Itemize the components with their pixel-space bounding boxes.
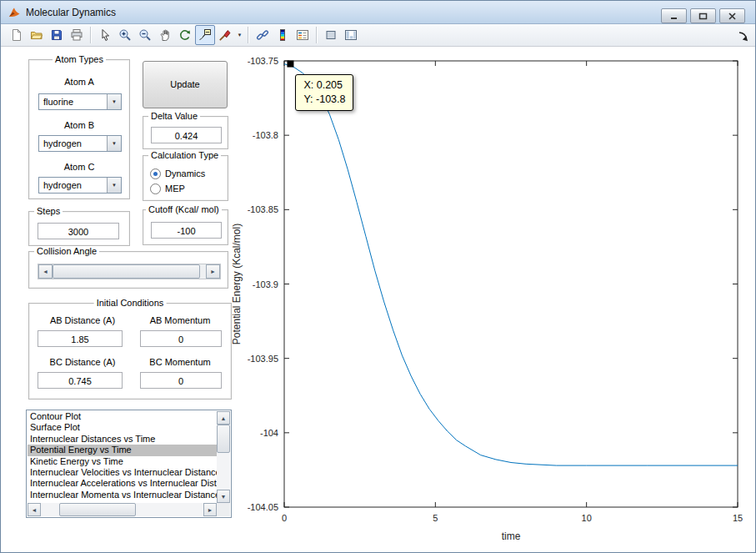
atom-b-selected-value: hydrogen: [43, 138, 82, 148]
steps-panel: Steps 3000: [28, 211, 130, 246]
ab-distance-label: AB Distance (A): [36, 315, 129, 325]
list-item[interactable]: Internuclear Distances vs Time: [28, 434, 217, 445]
ab-momentum-field[interactable]: 0: [140, 330, 222, 347]
initial-conditions-panel-title: Initial Conditions: [94, 298, 167, 308]
scrollbar-corner: [217, 503, 230, 516]
bc-momentum-label: BC Momentum: [136, 357, 224, 367]
svg-text:-104: -104: [260, 428, 278, 438]
show-plot-tools-icon[interactable]: [341, 25, 361, 45]
radio-mep-label: MEP: [165, 183, 185, 194]
svg-text:-103.75: -103.75: [248, 56, 278, 66]
data-cursor-icon[interactable]: [195, 25, 215, 45]
calculation-type-panel-title: Calculation Type: [148, 150, 221, 160]
slider-thumb[interactable]: [53, 264, 200, 279]
collision-angle-panel-title: Collision Angle: [34, 246, 99, 256]
steps-panel-title: Steps: [34, 206, 63, 216]
list-item[interactable]: Internuclear Velocities vs Internuclear …: [28, 467, 217, 478]
svg-text:10: 10: [582, 513, 592, 523]
pan-icon[interactable]: [155, 25, 175, 45]
steps-field[interactable]: 3000: [38, 223, 119, 239]
open-file-icon[interactable]: [27, 25, 47, 45]
listbox-vscrollbar[interactable]: ▲ ▼: [217, 411, 230, 503]
list-item[interactable]: Surface Plot: [28, 422, 217, 433]
datatip-tooltip[interactable]: X: 0.205 Y: -103.8: [295, 74, 353, 111]
atom-c-selected-value: hydrogen: [43, 180, 82, 190]
close-icon: [728, 13, 736, 20]
list-item[interactable]: Contour Plot: [28, 411, 217, 422]
bc-distance-label: BC Distance (A): [36, 357, 129, 367]
insert-colorbar-icon[interactable]: [273, 25, 293, 45]
insert-legend-icon[interactable]: [293, 25, 313, 45]
close-button[interactable]: [719, 8, 745, 23]
toolbar-separator: [248, 27, 249, 43]
title-bar[interactable]: Molecular Dynamics: [1, 1, 755, 24]
slider-left-arrow-icon[interactable]: ◄: [38, 264, 53, 279]
vscroll-thumb[interactable]: [217, 425, 230, 453]
brush-dropdown-icon[interactable]: ▼: [235, 26, 244, 44]
scroll-right-icon[interactable]: ►: [203, 503, 217, 516]
atom-a-label: Atom A: [29, 77, 129, 87]
radio-unselected-icon: [150, 183, 161, 194]
slider-right-arrow-icon[interactable]: ►: [206, 264, 220, 279]
toolbar-separator: [316, 27, 318, 43]
print-figure-icon[interactable]: [67, 25, 87, 45]
atom-c-label: Atom C: [29, 162, 129, 172]
ab-distance-field[interactable]: 1.85: [38, 330, 123, 347]
radio-mep[interactable]: MEP: [150, 183, 185, 194]
datatip-y-value: Y: -103.8: [303, 93, 345, 107]
atom-types-panel-title: Atom Types: [53, 54, 106, 64]
update-button[interactable]: Update: [143, 61, 228, 108]
delta-value-field[interactable]: 0.424: [151, 127, 222, 143]
atom-b-label: Atom B: [29, 120, 129, 130]
dropdown-arrow-icon[interactable]: ▼: [107, 136, 121, 151]
delta-value-panel-title: Delta Value: [148, 111, 200, 121]
maximize-button[interactable]: [690, 8, 716, 23]
dropdown-arrow-icon[interactable]: ▼: [107, 178, 121, 193]
scroll-left-icon[interactable]: ◄: [28, 503, 41, 516]
hscroll-thumb[interactable]: [59, 503, 136, 516]
svg-text:15: 15: [733, 513, 743, 523]
new-figure-icon[interactable]: [7, 25, 27, 45]
bc-momentum-field[interactable]: 0: [140, 372, 222, 389]
maximize-icon: [698, 13, 708, 20]
radio-dynamics[interactable]: Dynamics: [150, 168, 205, 179]
minimize-icon: [670, 13, 678, 20]
figure-canvas: -103.75-103.8-103.85-103.9-103.95-104-10…: [1, 47, 755, 552]
brush-icon[interactable]: [215, 25, 235, 45]
dropdown-arrow-icon[interactable]: ▼: [107, 94, 121, 109]
toolbar-separator: [90, 27, 92, 43]
svg-text:time: time: [502, 530, 521, 542]
atom-a-select[interactable]: fluorine ▼: [38, 93, 122, 110]
atom-a-selected-value: fluorine: [43, 97, 73, 107]
link-plot-icon[interactable]: [253, 25, 273, 45]
scroll-up-icon[interactable]: ▲: [217, 411, 230, 425]
dock-figure-icon[interactable]: [738, 30, 748, 45]
cutoff-panel: Cutoff (Kcal/ mol) -100: [143, 209, 228, 245]
initial-conditions-panel: Initial Conditions AB Distance (A) AB Mo…: [28, 303, 232, 400]
list-item[interactable]: Internuclear Momenta vs Internuclear Dis…: [28, 490, 217, 500]
collision-angle-slider[interactable]: ◄ ►: [38, 264, 221, 279]
plot-type-listbox[interactable]: Contour PlotSurface PlotInternuclear Dis…: [26, 410, 232, 518]
atom-c-select[interactable]: hydrogen ▼: [38, 177, 122, 194]
bc-distance-field[interactable]: 0.745: [38, 372, 123, 389]
list-item[interactable]: Potential Energy vs Time: [28, 445, 217, 455]
zoom-in-icon[interactable]: [115, 25, 135, 45]
save-figure-icon[interactable]: [47, 25, 67, 45]
svg-text:-103.9: -103.9: [253, 279, 278, 289]
list-item[interactable]: Kinetic Energy vs Time: [28, 456, 217, 467]
list-item[interactable]: Internuclear Accelerations vs Internucle…: [28, 478, 217, 489]
hide-plot-tools-icon[interactable]: [321, 25, 341, 45]
matlab-icon: [8, 6, 21, 19]
minimize-button[interactable]: [661, 8, 687, 23]
scroll-down-icon[interactable]: ▼: [217, 490, 230, 503]
atom-b-select[interactable]: hydrogen ▼: [38, 135, 122, 152]
delta-value-panel: Delta Value 0.424: [143, 116, 228, 149]
zoom-out-icon[interactable]: [135, 25, 155, 45]
cutoff-field[interactable]: -100: [151, 222, 222, 239]
edit-plot-icon[interactable]: [95, 25, 115, 45]
svg-text:-103.95: -103.95: [248, 354, 278, 364]
svg-text:-104.05: -104.05: [248, 502, 278, 512]
rotate-3d-icon[interactable]: [175, 25, 195, 45]
listbox-hscrollbar[interactable]: ◄ ►: [28, 503, 217, 516]
window-title: Molecular Dynamics: [26, 7, 116, 18]
